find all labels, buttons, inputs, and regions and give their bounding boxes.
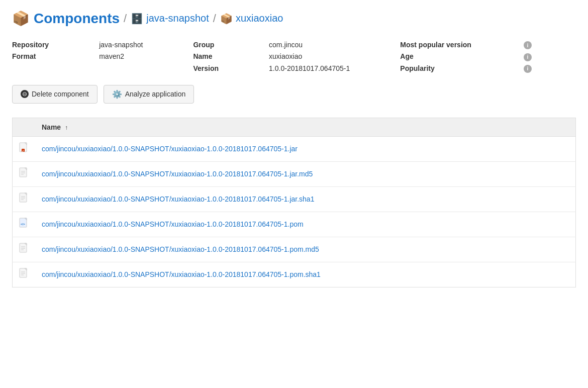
table-row: J com/jincou/xuxiaoxiao/1.0.0-SNAPSHOT/x… (13, 136, 576, 161)
jar-file-icon: J (19, 142, 30, 156)
pom-file-icon: </> (19, 217, 30, 232)
file-icon-cell (13, 161, 36, 186)
page-title: Components (34, 11, 120, 27)
file-icon-cell (13, 186, 36, 212)
repository-label: Repository (12, 41, 93, 49)
age-info[interactable]: i (522, 52, 576, 61)
delete-component-button[interactable]: ⊖ Delete component (12, 85, 97, 104)
file-path[interactable]: com/jincou/xuxiaoxiao/1.0.0-SNAPSHOT/xux… (36, 136, 576, 161)
item-icon: 📦 (220, 13, 233, 25)
most-popular-version-info-icon[interactable]: i (524, 41, 532, 49)
table-header-row: Name ↑ (13, 118, 576, 136)
breadcrumb-item-link[interactable]: 📦 xuxiaoxiao (220, 13, 283, 25)
popularity-info-icon[interactable]: i (524, 65, 532, 73)
format-label: Format (12, 52, 93, 60)
name-value: xuxiaoxiao (269, 52, 394, 60)
table-row: com/jincou/xuxiaoxiao/1.0.0-SNAPSHOT/xux… (13, 161, 576, 186)
breadcrumb: 📦 Components / 🗄️ java-snapshot / 📦 xuxi… (12, 10, 576, 27)
file-path[interactable]: com/jincou/xuxiaoxiao/1.0.0-SNAPSHOT/xux… (36, 212, 576, 237)
file-path[interactable]: com/jincou/xuxiaoxiao/1.0.0-SNAPSHOT/xux… (36, 186, 576, 212)
file-path[interactable]: com/jincou/xuxiaoxiao/1.0.0-SNAPSHOT/xux… (36, 161, 576, 186)
generic-file-icon (19, 267, 30, 282)
analyze-application-button[interactable]: ⚙️ Analyze application (104, 85, 194, 104)
svg-text:J: J (22, 149, 24, 152)
file-icon-cell: J (13, 136, 36, 161)
age-info-icon[interactable]: i (524, 53, 532, 61)
svg-rect-17 (20, 243, 27, 252)
file-table: Name ↑ J com/jincou/xuxiaoxiao/1.0.0-SNA… (12, 118, 576, 287)
delete-icon: ⊖ (21, 90, 29, 98)
svg-rect-4 (20, 168, 27, 177)
file-icon-cell (13, 237, 36, 262)
file-icon-cell: </> (13, 212, 36, 237)
version-label: Version (193, 64, 263, 72)
generic-file-icon (19, 242, 30, 257)
generic-file-icon (19, 167, 30, 181)
breadcrumb-sep-1: / (124, 12, 127, 25)
action-buttons: ⊖ Delete component ⚙️ Analyze applicatio… (12, 85, 576, 104)
popularity-info[interactable]: i (522, 64, 576, 73)
svg-text:</>: </> (21, 223, 25, 226)
table-row: com/jincou/xuxiaoxiao/1.0.0-SNAPSHOT/xux… (13, 262, 576, 287)
file-path[interactable]: com/jincou/xuxiaoxiao/1.0.0-SNAPSHOT/xux… (36, 237, 576, 262)
breadcrumb-repo-link[interactable]: 🗄️ java-snapshot (131, 13, 209, 25)
breadcrumb-sep-2: / (213, 12, 216, 25)
svg-rect-9 (20, 193, 27, 202)
table-name-col-header[interactable]: Name ↑ (36, 118, 576, 136)
most-popular-version-label: Most popular version (400, 41, 516, 49)
table-row: </> com/jincou/xuxiaoxiao/1.0.0-SNAPSHOT… (13, 212, 576, 237)
file-path[interactable]: com/jincou/xuxiaoxiao/1.0.0-SNAPSHOT/xux… (36, 262, 576, 287)
repo-icon: 🗄️ (131, 13, 143, 25)
components-icon: 📦 (12, 10, 30, 27)
file-icon-cell (13, 262, 36, 287)
group-value: com.jincou (269, 41, 394, 49)
table-row: com/jincou/xuxiaoxiao/1.0.0-SNAPSHOT/xux… (13, 237, 576, 262)
most-popular-version-info[interactable]: i (522, 41, 576, 49)
popularity-label: Popularity (400, 64, 516, 72)
svg-rect-22 (20, 268, 27, 277)
sort-arrow: ↑ (65, 124, 68, 131)
metadata-grid: Repository java-snapshot Group com.jinco… (12, 41, 576, 73)
repository-value: java-snapshot (99, 41, 187, 49)
version-value: 1.0.0-20181017.064705-1 (269, 64, 394, 72)
generic-file-icon (19, 192, 30, 207)
name-label: Name (193, 52, 263, 60)
format-value: maven2 (99, 52, 187, 60)
analyze-icon: ⚙️ (112, 89, 122, 99)
table-row: com/jincou/xuxiaoxiao/1.0.0-SNAPSHOT/xux… (13, 186, 576, 212)
age-label: Age (400, 52, 516, 60)
table-icon-col-header (13, 118, 36, 136)
group-label: Group (193, 41, 263, 49)
